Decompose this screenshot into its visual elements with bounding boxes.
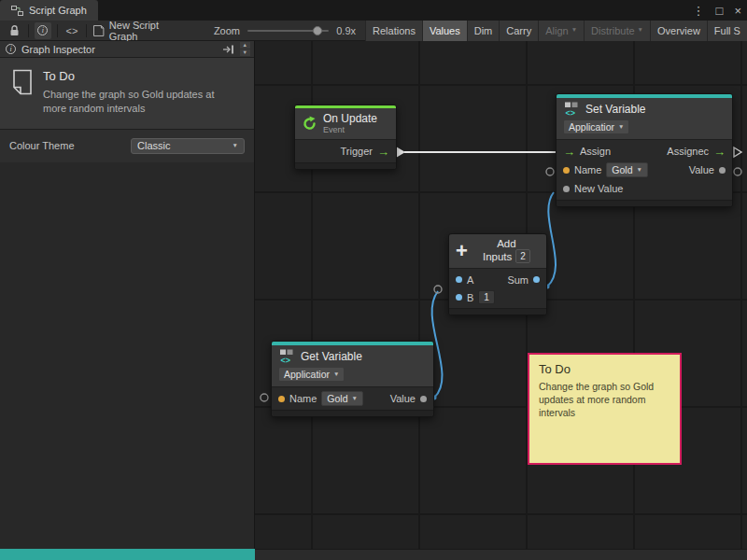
variable-scope-select[interactable]: Applicatior ▼ [563, 119, 629, 134]
colour-theme-select[interactable]: Classic ▼ [131, 138, 245, 154]
name-value-port-row[interactable]: Name Gold ▼ Value [272, 389, 433, 408]
maximize-icon[interactable]: □ [716, 4, 724, 18]
string-port-dot[interactable] [278, 396, 285, 402]
a-port-dot[interactable] [456, 276, 462, 283]
graph-inspector-header: i Graph Inspector ▲ ▼ [0, 41, 254, 58]
button-label: Relations [373, 25, 416, 36]
string-port-dot[interactable] [563, 167, 570, 174]
fullscreen-button[interactable]: Full S [707, 21, 747, 41]
zoom-slider-handle[interactable] [313, 26, 322, 35]
tab-script-graph[interactable]: Script Graph [0, 0, 98, 21]
new-script-graph-icon [92, 25, 105, 36]
tab-label: Script Graph [29, 5, 87, 16]
sticky-note[interactable]: To Do Change the graph so Gold updates a… [528, 353, 682, 465]
carry-button[interactable]: Carry [499, 21, 538, 41]
node-title: On Update [323, 112, 377, 125]
window-controls: ⋮ □ × [693, 0, 741, 21]
node-title: Set Variable [585, 103, 645, 116]
outer-port-get-variable-name[interactable] [261, 394, 268, 401]
node-title: Add [497, 238, 515, 249]
lock-icon[interactable] [6, 22, 22, 39]
variable-name-select[interactable]: Gold ▼ [606, 162, 648, 177]
caret-down-icon: ▼ [233, 143, 238, 149]
dim-button[interactable]: Dim [467, 21, 500, 41]
b-port-row[interactable]: B 1 [449, 288, 546, 306]
divider [28, 24, 29, 37]
b-port-label: B [467, 292, 473, 303]
flow-arrow-icon[interactable]: → [713, 146, 726, 158]
statusbar-accent [0, 549, 255, 560]
node-subtitle: Event [323, 125, 377, 134]
dock-panel-icon[interactable] [222, 45, 234, 54]
assigned-port-label: Assignec [667, 146, 709, 157]
name-value-port-row[interactable]: Name Gold ▼ Value [557, 161, 732, 179]
graph-inspector-toggle-button[interactable]: i [35, 22, 51, 39]
align-button[interactable]: Align▼ [538, 21, 584, 41]
button-label: Align [545, 25, 568, 36]
new-value-port-label: New Value [574, 183, 623, 194]
tab-bar: Script Graph ⋮ □ × [0, 0, 747, 21]
button-label: Distribute [591, 25, 634, 36]
todo-title: To Do [43, 69, 234, 83]
flow-arrow-icon[interactable]: → [377, 146, 389, 158]
node-set-variable[interactable]: <> Set Variable Applicatior ▼ → Assign A… [556, 93, 733, 207]
outer-port-set-variable-value[interactable] [734, 168, 741, 175]
svg-text:<>: <> [566, 108, 576, 118]
node-get-variable[interactable]: <> Get Variable Applicatior ▼ Name Gold … [271, 341, 434, 417]
value-wire-add-to-set[interactable] [547, 192, 556, 287]
value-port-dot[interactable] [719, 167, 726, 174]
node-add[interactable]: + Add Inputs 2 A Sum [448, 233, 547, 315]
trigger-port-row[interactable]: Trigger → [295, 142, 396, 161]
node-footer [272, 410, 433, 416]
variables-icon: <> [563, 102, 580, 117]
kebab-menu-icon[interactable]: ⋮ [693, 4, 705, 18]
relations-button[interactable]: Relations [365, 21, 422, 41]
outer-port-set-variable-name[interactable] [546, 168, 554, 175]
sticky-note-title: To Do [539, 362, 670, 376]
caret-down-icon: ▼ [571, 27, 577, 34]
node-footer [449, 308, 546, 315]
b-port-dot[interactable] [456, 294, 462, 301]
assign-port-label: Assign [580, 146, 611, 157]
variable-name-value: Gold [612, 164, 632, 175]
button-label: Carry [506, 25, 531, 36]
button-label: Full S [714, 25, 740, 36]
variable-scope-select[interactable]: Applicatior ▼ [278, 367, 345, 382]
todo-text: Change the graph so Gold updates at more… [43, 88, 234, 116]
b-value-input[interactable]: 1 [478, 290, 495, 304]
caret-down-icon: ▼ [618, 124, 624, 131]
close-icon[interactable]: × [734, 4, 741, 18]
name-port-label: Name [289, 393, 317, 404]
code-icon[interactable]: <> [63, 22, 80, 39]
a-sum-port-row[interactable]: A Sum [449, 271, 546, 288]
colour-theme-row: Colour Theme Classic ▼ [0, 130, 254, 162]
sum-port-dot[interactable] [533, 276, 540, 283]
graph-canvas[interactable]: On Update Event Trigger → [255, 41, 747, 549]
caret-down-icon: ▼ [638, 27, 643, 34]
name-port-label: Name [574, 164, 601, 175]
outer-port-assigned-flow[interactable] [734, 147, 741, 157]
flow-arrow-icon[interactable]: → [563, 146, 575, 158]
info-icon: i [37, 25, 48, 35]
variable-name-select[interactable]: Gold ▼ [321, 391, 363, 406]
value-port-label: Value [689, 164, 714, 175]
values-button[interactable]: Values [422, 21, 467, 41]
sticky-note-icon [11, 69, 34, 95]
node-on-update[interactable]: On Update Event Trigger → [294, 105, 397, 170]
assign-port-row[interactable]: → Assign Assignec → [557, 142, 732, 161]
value-port-dot[interactable] [420, 396, 427, 402]
scroll-down-button[interactable]: ▼ [240, 49, 250, 56]
caret-down-icon: ▼ [333, 371, 339, 378]
flow-arrowhead-icon [396, 147, 405, 158]
new-script-graph-button[interactable]: New Script Graph [92, 20, 190, 42]
new-value-port-dot[interactable] [563, 186, 570, 192]
trigger-port-label: Trigger [341, 146, 373, 157]
scroll-up-button[interactable]: ▲ [240, 42, 250, 49]
variables-icon: <> [278, 349, 295, 364]
distribute-button[interactable]: Distribute▼ [584, 21, 650, 41]
input-count-field[interactable]: 2 [515, 249, 530, 263]
new-value-port-row[interactable]: New Value [557, 179, 732, 198]
zoom-label: Zoom [214, 25, 240, 36]
zoom-slider[interactable] [247, 25, 329, 36]
overview-button[interactable]: Overview [650, 21, 707, 41]
